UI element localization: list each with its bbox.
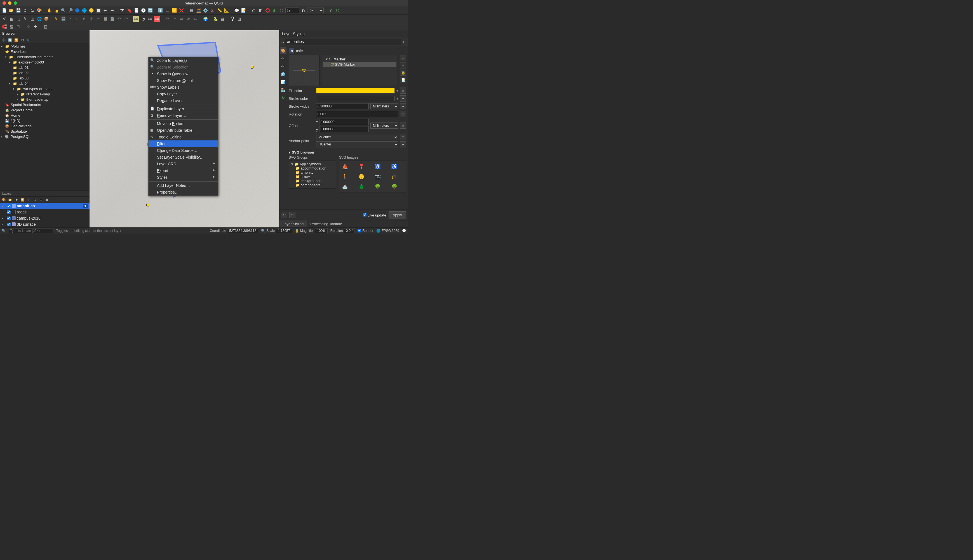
minimize-window-button[interactable] <box>8 2 12 5</box>
svg-groups-tree[interactable]: ▾ 📁 App Symbols 📁 accommodation 📁 amenit… <box>289 160 336 188</box>
scale-value[interactable]: 1:13957 <box>276 228 292 233</box>
browser-item[interactable]: 📦GeoPackage <box>0 123 90 129</box>
layers-list[interactable]: ▸amenities▼roads▸campus-2018▸3D surface <box>0 203 90 227</box>
remove-symbol-layer-button[interactable]: － <box>400 62 406 68</box>
layer-context-menu[interactable]: 🔍Zoom to Layer(s)🔍Zoom to Selection▫️Sho… <box>148 57 218 196</box>
open-project-icon[interactable]: 📂 <box>8 7 14 13</box>
redo-style-button[interactable]: ↷ <box>289 212 295 218</box>
zoom-native-icon[interactable]: 🔵 <box>74 7 80 13</box>
add-feature-icon[interactable]: • <box>67 16 73 22</box>
new-project-icon[interactable]: 📄 <box>1 7 7 13</box>
rotate-label-icon[interactable]: ⟳ <box>185 16 192 22</box>
context-menu-item[interactable]: Properties… <box>148 189 218 195</box>
maptips-icon[interactable]: 💬 <box>233 7 240 13</box>
label-highlight-icon[interactable]: abc <box>154 16 160 22</box>
label-abc-icon[interactable]: abc <box>133 16 139 22</box>
branch-icon[interactable]: Y <box>328 7 334 13</box>
delete-selected-icon[interactable]: 🗑 <box>88 16 94 22</box>
layer-styling-layer-select[interactable]: amenities <box>285 38 402 45</box>
locator-input[interactable] <box>9 228 53 233</box>
svg-image-item[interactable]: ⛵ <box>341 163 349 170</box>
stroke-color-picker[interactable] <box>316 96 395 101</box>
context-menu-item[interactable]: 🗑Remove Layer… <box>148 112 218 119</box>
offset-unit-select[interactable]: Millimeters <box>370 123 398 129</box>
add-raster-icon[interactable]: ▦ <box>8 16 14 22</box>
refresh-browser-icon[interactable]: 🔄 <box>8 38 12 42</box>
zoom-next-icon[interactable]: ➡ <box>109 7 115 13</box>
undo-label-icon[interactable]: ↶ <box>164 16 170 22</box>
close-window-button[interactable] <box>3 2 6 5</box>
stroke-color-dd-button[interactable]: ≡ <box>400 95 406 102</box>
stroke-width-dd-button[interactable]: ≡ <box>400 103 406 109</box>
add-delimited-icon[interactable]: ✎ <box>22 16 28 22</box>
layers-add-group-icon[interactable]: 📁 <box>8 197 12 202</box>
context-menu-item[interactable]: Copy Layer <box>148 91 218 97</box>
toggle-editing-icon[interactable]: ✎ <box>53 16 59 22</box>
svg-group-item[interactable]: 📁 backgrounds <box>290 179 335 183</box>
svg-images-grid[interactable]: ⛵📍♿♿🚶👶📷🎓⛲🌲🌳🌳 <box>339 160 406 192</box>
maximize-window-button[interactable] <box>14 2 17 5</box>
fill-color-dd-button[interactable]: ≡ <box>400 88 406 94</box>
layers-filter-icon[interactable]: 🔽 <box>20 197 25 202</box>
new-bookmark-icon[interactable]: 🔖 <box>126 7 132 13</box>
collapse-all-icon[interactable]: ⊟ <box>20 38 25 42</box>
symbol-tree-item[interactable]: 🛡 SVG Marker <box>323 62 397 67</box>
no-action-icon[interactable]: ⭕ <box>264 7 270 13</box>
vertex-tool-icon[interactable]: ⋔ <box>272 7 278 13</box>
fields-tab-icon[interactable]: 🏪 <box>280 87 287 93</box>
pan-to-selection-icon[interactable]: 👆 <box>53 7 59 13</box>
deselect-icon[interactable]: ❌ <box>178 7 184 13</box>
layer-item[interactable]: roads <box>0 209 90 215</box>
new-print-layout-icon[interactable]: 🗎 <box>22 7 28 13</box>
refresh-icon[interactable]: 🔄 <box>147 7 153 13</box>
add-mesh-icon[interactable]: ⬚ <box>15 16 21 22</box>
browser-item[interactable]: 🪶SpatiaLite <box>0 129 90 134</box>
render-checkbox[interactable] <box>358 229 361 232</box>
svg-image-item[interactable]: ♿ <box>374 163 382 170</box>
symbol-tree[interactable]: ▾ 🛡 Marker🛡 SVG Marker <box>322 55 398 86</box>
diagram-icon[interactable]: ◧ <box>257 7 263 13</box>
symbology-tab-icon[interactable]: 🎨 <box>280 47 287 54</box>
live-update-checkbox[interactable]: Live update <box>363 213 387 217</box>
browser-item[interactable]: 🏠Project Home <box>0 107 90 113</box>
browser-item[interactable]: 🔖Spatial Bookmarks <box>0 102 90 107</box>
apply-button[interactable]: Apply <box>388 212 406 218</box>
anchor-h-dd-button[interactable]: ≡ <box>400 141 406 147</box>
stroke-width-input[interactable] <box>316 103 369 109</box>
browser-item[interactable]: 📁lab-02 <box>0 70 90 75</box>
context-menu-item[interactable]: Filter… <box>148 140 218 147</box>
measure-icon[interactable]: 📏 <box>216 7 222 13</box>
layer-item[interactable]: ▸amenities▼ <box>0 203 90 209</box>
layer-item[interactable]: ▸campus-2018 <box>0 215 90 221</box>
duplicate-symbol-button[interactable]: 📑 <box>400 77 406 83</box>
context-menu-item[interactable]: Styles▶ <box>148 174 218 181</box>
svg-group-item[interactable]: 📁 amenity <box>290 170 335 175</box>
crs-icon[interactable]: 🌐 <box>376 229 380 233</box>
coord-capture-icon[interactable]: ▦ <box>42 23 48 30</box>
svg-image-item[interactable]: 📍 <box>358 163 365 170</box>
undo-style-button[interactable]: ↶ <box>281 212 287 218</box>
context-menu-item[interactable]: Show Feature Count <box>148 77 218 84</box>
browser-item[interactable]: ▸📁reference-map <box>0 92 90 97</box>
properties-widget-icon[interactable]: ⓘ <box>26 38 31 42</box>
annotation-icon[interactable]: 📝 <box>240 7 247 13</box>
context-menu-item[interactable]: 📑Duplicate Layer <box>148 105 218 112</box>
svg-image-item[interactable]: 📷 <box>374 173 382 180</box>
layers-expand-icon[interactable]: ⊞ <box>32 197 37 202</box>
3d-tab-icon[interactable]: 🧊 <box>280 71 287 77</box>
layers-remove-icon[interactable]: 🗑 <box>45 197 49 202</box>
magnifier-value[interactable]: 100% <box>315 228 328 233</box>
browser-item[interactable]: ▸📁/Volumes <box>0 43 90 49</box>
font-size-input[interactable] <box>285 8 299 13</box>
context-menu-item[interactable]: Rename Layer <box>148 97 218 104</box>
move-feature-icon[interactable]: ↔ <box>74 16 80 22</box>
svg-image-item[interactable]: 🌳 <box>390 183 398 190</box>
stroke-width-unit-select[interactable]: Millimeters <box>370 103 398 109</box>
layer-visibility-checkbox[interactable] <box>7 210 11 214</box>
zoom-layer-icon[interactable]: 🔲 <box>95 7 101 13</box>
toolbox-icon[interactable]: ⚙️ <box>202 7 208 13</box>
browser-item[interactable]: ▸📁explore-mod-03 <box>0 60 90 65</box>
coord-value[interactable]: 5273834,3898118 <box>227 228 258 233</box>
python-icon[interactable]: 🐍 <box>212 16 218 22</box>
snap-segment-icon[interactable]: ✚ <box>32 23 38 30</box>
